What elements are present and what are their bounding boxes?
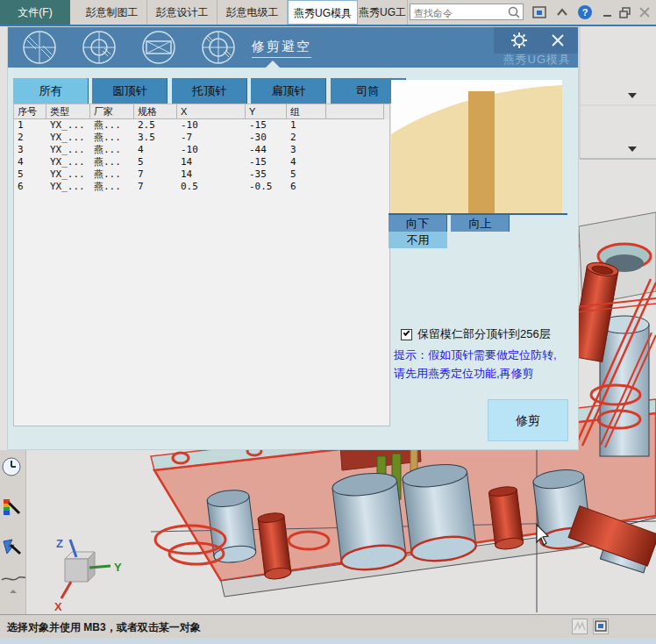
round-pin-icon[interactable] (17, 29, 62, 66)
col-y: Y (246, 104, 287, 119)
tab-shoulder-pin[interactable]: 托顶针 (172, 78, 247, 104)
col-spec: 规格 (134, 104, 177, 119)
dialog-title: 修剪避空 (252, 39, 311, 58)
toolbar-expand-icon[interactable] (0, 587, 26, 596)
keep-pins-label: 保留模仁部分顶针到256层 (417, 326, 551, 342)
table-row[interactable]: 6YX_...燕...70.5-0.56 (14, 181, 389, 193)
hint-text: 提示：假如顶针需要做定位防转, 请先用燕秀定位功能,再修剪 (394, 346, 580, 383)
panel-dropdown-icon[interactable] (628, 147, 637, 152)
ribbon-tab-yanxiu-mold[interactable]: 燕秀UG模具 (288, 0, 358, 25)
hint-line-1: 提示：假如顶针需要做定位防转, (394, 346, 580, 364)
triad-y-label: Y (114, 561, 122, 574)
checkmark-icon (403, 329, 410, 336)
keep-pins-checkbox[interactable] (401, 329, 412, 340)
titlebar: 文件(F) 彭意制图工 彭意设计工 彭意电级工 燕秀UG模具 燕秀UG工具 ? (0, 0, 656, 25)
shoulder-pin-icon[interactable] (76, 29, 122, 66)
dialog-controls (494, 27, 578, 54)
col-group: 组 (287, 104, 326, 119)
command-search[interactable] (410, 4, 524, 20)
right-panel-dividers (580, 26, 656, 159)
keep-pins-option: 保留模仁部分顶针到256层 (401, 326, 551, 342)
clock-icon[interactable] (0, 455, 23, 478)
pin-type-tabs: 所有 圆顶针 托顶针 扁顶针 司筒 (13, 78, 406, 104)
collapse-ribbon-icon[interactable] (554, 4, 570, 20)
minimize-icon[interactable] (600, 4, 616, 20)
left-toolbar (0, 450, 26, 614)
settings-gear-icon[interactable] (510, 31, 529, 50)
table-row[interactable]: 3YX_...燕...4-10-443 (14, 144, 389, 156)
hint-line-2: 请先用燕秀定位功能,再修剪 (394, 364, 580, 383)
table-row[interactable]: 2YX_...燕...3.5-7-302 (14, 132, 389, 144)
triad-x-label: X (54, 600, 62, 613)
dialog-notch (266, 61, 280, 68)
window-bottom-edge (0, 638, 656, 644)
pin-table: 序号类型厂家规格XY组 1YX_...燕...2.5-10-151 2YX_..… (13, 104, 390, 426)
plugin-watermark: 燕秀UG模具 (503, 52, 572, 68)
menu-file[interactable]: 文件(F) (0, 0, 70, 25)
col-type: 类型 (46, 104, 90, 119)
trim-up-button[interactable]: 向上 (451, 215, 510, 232)
col-index: 序号 (14, 104, 46, 119)
restore-icon[interactable] (617, 4, 633, 20)
search-input[interactable] (410, 6, 503, 21)
trim-preview (391, 80, 562, 213)
close-dialog-icon[interactable] (550, 32, 566, 48)
dialog-header: 修剪避空 燕秀UG模具 (8, 27, 578, 68)
svg-text:?: ? (582, 7, 588, 18)
trim-direction-buttons: 向下 向上 不用 (389, 213, 567, 230)
table-row[interactable]: 4YX_...燕...514-154 (14, 156, 389, 168)
ribbon-tab-pengyi-design[interactable]: 彭意设计工 (147, 0, 217, 25)
ribbon-tab-yanxiu-tools[interactable]: 燕秀UG工具 (358, 0, 408, 25)
watermark-toggle-icon[interactable] (572, 619, 588, 634)
trim-avoidance-dialog: 修剪避空 燕秀UG模具 所有 圆顶针 托顶针 扁顶针 司筒 (7, 26, 579, 450)
status-bar: 选择对象并使用 MB3，或者双击某一对象 (0, 614, 656, 638)
ribbon-tab-pengyi-electrode[interactable]: 彭意电级工 (217, 0, 288, 25)
tab-round-pin[interactable]: 圆顶针 (92, 78, 168, 104)
table-header-row: 序号类型厂家规格XY组 (14, 104, 389, 119)
flat-pin-icon[interactable] (136, 29, 182, 66)
sleeve-pin-icon[interactable] (196, 29, 241, 66)
spline-icon[interactable] (0, 573, 26, 583)
help-icon[interactable]: ? (577, 4, 593, 20)
window-fit-icon[interactable] (593, 619, 609, 634)
col-vendor: 厂家 (90, 104, 134, 119)
search-icon (507, 5, 521, 19)
trim-button[interactable]: 修剪 (488, 399, 568, 441)
feature-wand-icon[interactable] (0, 536, 23, 559)
panel-dropdown-icon[interactable] (628, 93, 637, 98)
table-row[interactable]: 1YX_...燕...2.5-10-151 (14, 119, 389, 132)
table-row[interactable]: 5YX_...燕...714-355 (14, 168, 389, 181)
fullscreen-icon[interactable] (531, 4, 547, 20)
trim-none-button[interactable]: 不用 (389, 232, 447, 248)
triad-z-label: Z (56, 537, 63, 550)
close-window-icon[interactable] (637, 4, 652, 20)
tab-all[interactable]: 所有 (13, 78, 89, 104)
col-extra (326, 104, 384, 119)
status-message: 选择对象并使用 MB3，或者双击某一对象 (7, 620, 201, 635)
orientation-triad: Z Y X (54, 537, 122, 613)
color-wand-icon[interactable] (0, 496, 23, 519)
trim-down-button[interactable]: 向下 (389, 215, 447, 232)
tab-flat-pin[interactable]: 扁顶针 (251, 78, 326, 104)
ribbon-tab-pengyi-drafting[interactable]: 彭意制图工 (77, 0, 147, 25)
pin-bar-shape (468, 91, 495, 213)
col-x: X (177, 104, 246, 119)
